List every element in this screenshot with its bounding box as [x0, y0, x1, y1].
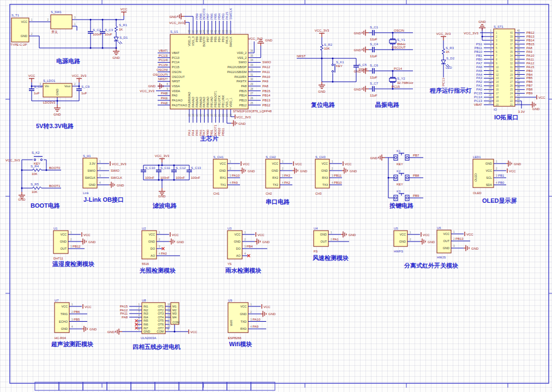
circuit-block-key-button-circuit[interactable]: GNDK1KEYPB7K2KEYPB8K3KEYPB9按键电路	[370, 149, 423, 209]
net-label[interactable]: VBAT	[474, 103, 483, 106]
net-label[interactable]: VCC	[190, 330, 197, 334]
component-designator[interactable]: S_T1	[11, 14, 19, 17]
component-value[interactable]: TYPE-C-2P	[10, 43, 27, 46]
net-label[interactable]: PA9	[232, 181, 238, 184]
net-label[interactable]: GND	[265, 39, 273, 42]
net-label[interactable]: SWCLK	[229, 8, 232, 20]
net-label[interactable]: PB15	[526, 43, 535, 46]
gndS-symbol[interactable]	[178, 14, 184, 20]
component-LED1[interactable]: LED1OLEDOLED1GNDGND2VCCVCC3SCLPB14SDAPB0	[473, 155, 521, 195]
net-label[interactable]: PB15	[262, 89, 271, 93]
net-label[interactable]: GND	[88, 240, 96, 244]
net-label[interactable]: VCC	[83, 233, 91, 237]
gndS-symbol[interactable]	[116, 329, 122, 335]
resV-symbol[interactable]	[115, 25, 118, 33]
keyV-symbol[interactable]	[332, 64, 335, 73]
net-label[interactable]: 10uF	[105, 33, 112, 36]
net-label[interactable]: SWIO	[111, 169, 119, 172]
net-label[interactable]: GND	[107, 330, 115, 334]
net-label[interactable]: NRST	[297, 55, 306, 58]
net-label[interactable]: 开关	[51, 30, 58, 34]
net-label[interactable]: VCC_3V3	[236, 116, 251, 119]
net-label[interactable]: S_C6	[370, 64, 379, 67]
gndE-symbol[interactable]	[255, 239, 260, 245]
net-label[interactable]: PB9	[195, 13, 199, 20]
block-title-oled-display[interactable]: OLED显示屏	[482, 197, 517, 204]
net-label[interactable]: GND	[514, 162, 521, 166]
net-label[interactable]: PB8	[526, 88, 533, 91]
net-label[interactable]: PB0	[476, 58, 483, 61]
net-label[interactable]: PB3	[526, 69, 533, 73]
net-label[interactable]: PB6	[74, 310, 80, 313]
keyBig-symbol[interactable]	[394, 194, 409, 201]
x-symbol[interactable]	[248, 255, 250, 257]
net-label[interactable]: VCC_3V3	[436, 32, 451, 35]
component-designator[interactable]: S_CH3	[315, 155, 326, 159]
net-label[interactable]: PB12	[73, 245, 81, 248]
net-label[interactable]: S_C8	[34, 85, 43, 88]
net-label[interactable]: PA6	[476, 65, 483, 69]
net-label[interactable]: PB14	[262, 94, 271, 97]
net-label[interactable]: PC14	[474, 95, 483, 99]
net-label[interactable]: GND	[349, 233, 356, 237]
circuit-block-filter-circuit[interactable]: VCC_3V3S_C10100nFS_C11100nFS_C12100nFS_C…	[141, 154, 201, 209]
component-designator[interactable]: U3	[227, 227, 231, 230]
schematic-sheet[interactable]: S_T1TYPE-C-2P1VCC2GNDS_SW1231VCC开关S_C210…	[0, 0, 552, 392]
gndE-symbol[interactable]	[231, 120, 237, 126]
gndE-symbol[interactable]	[82, 326, 87, 332]
component-value[interactable]: 5516	[142, 262, 149, 266]
gndE-symbol[interactable]	[81, 239, 86, 245]
net-label[interactable]: VCC	[509, 170, 516, 173]
component-designator[interactable]: S_CH2	[266, 155, 276, 159]
gndE-symbol[interactable]	[261, 311, 266, 317]
net-label[interactable]: PA3	[188, 129, 191, 136]
block-title-io-expansion-header[interactable]: IO拓展口	[494, 114, 519, 120]
net-label[interactable]: OSCOUT	[153, 73, 167, 76]
net-label[interactable]: VCC_3V3	[112, 162, 127, 166]
block-title-power-circuit[interactable]: 电源电路	[56, 58, 80, 64]
net-label[interactable]: PA10	[253, 318, 261, 321]
block-title-reset-circuit[interactable]: 复位电路	[310, 101, 335, 108]
net-label[interactable]: 10K	[324, 47, 330, 50]
gndE-symbol[interactable]	[342, 168, 347, 174]
net-label[interactable]: PA9	[253, 325, 259, 328]
component-value[interactable]: IO	[494, 108, 497, 111]
net-label[interactable]: GND	[354, 32, 362, 35]
net-label[interactable]: PA2	[161, 101, 167, 105]
gnd-symbol[interactable]	[159, 188, 165, 195]
net-label[interactable]: VCC_3V3	[169, 21, 184, 25]
block-title-run-led-indicator[interactable]: 程序运行指示灯	[429, 87, 472, 94]
component-value[interactable]: CH1	[213, 192, 220, 195]
component-S_U1[interactable]: S_U1STM32F103C8T6_LQFP481VBATVBAT2PC13PC…	[140, 8, 272, 136]
block-title-jlink-ob-header[interactable]: J-Link OB接口	[83, 196, 124, 203]
component-designator[interactable]: S_ST1	[494, 25, 503, 28]
net-label[interactable]: VBAT	[159, 49, 167, 52]
circuit-block-reset-circuit[interactable]: VCC_3V3S_R210KNRSTS_K1KEYS_C5100nFGND复位电…	[297, 29, 368, 108]
net-label[interactable]: S_C2	[93, 28, 101, 32]
net-label[interactable]: 1K	[446, 50, 449, 53]
resV-symbol[interactable]	[442, 47, 445, 55]
net-label[interactable]: GND	[268, 312, 276, 316]
net-label[interactable]: PA11	[526, 58, 534, 61]
capH-symbol[interactable]	[373, 68, 374, 74]
net-label[interactable]: PA0	[476, 88, 483, 91]
net-label[interactable]: 10K	[32, 190, 38, 194]
net-label[interactable]: PB10	[218, 128, 221, 136]
net-label[interactable]: VCC_3V3	[248, 37, 263, 40]
x-symbol[interactable]	[135, 323, 138, 326]
net-label[interactable]: PA1	[476, 84, 483, 87]
net-label[interactable]: GND	[148, 85, 156, 88]
net-label[interactable]: K2	[397, 170, 401, 173]
circuit-block-main-mcu[interactable]: S_U1STM32F103C8T6_LQFP481VBATVBAT2PC13PC…	[140, 8, 273, 142]
component-value[interactable]: YS	[227, 262, 232, 266]
block-title-boot-circuit[interactable]: BOOT电路	[31, 202, 60, 209]
block-title-filter-circuit[interactable]: 滤波电路	[152, 202, 177, 209]
net-label[interactable]: PA3	[284, 174, 291, 177]
net-label[interactable]: PB4	[218, 13, 221, 20]
capH-symbol[interactable]	[373, 86, 374, 92]
component-U8[interactable]: U8ULN2003A1IN1PA152IN2PA123IN3PA114IN4PA…	[120, 299, 171, 340]
net-label[interactable]: PA8	[526, 46, 533, 50]
schematic-canvas[interactable]: S_T1TYPE-C-2P1VCC2GNDS_SW1231VCC开关S_C210…	[0, 0, 552, 392]
net-label[interactable]: S_Y2	[397, 77, 405, 80]
net-label[interactable]: PB11	[221, 128, 225, 136]
